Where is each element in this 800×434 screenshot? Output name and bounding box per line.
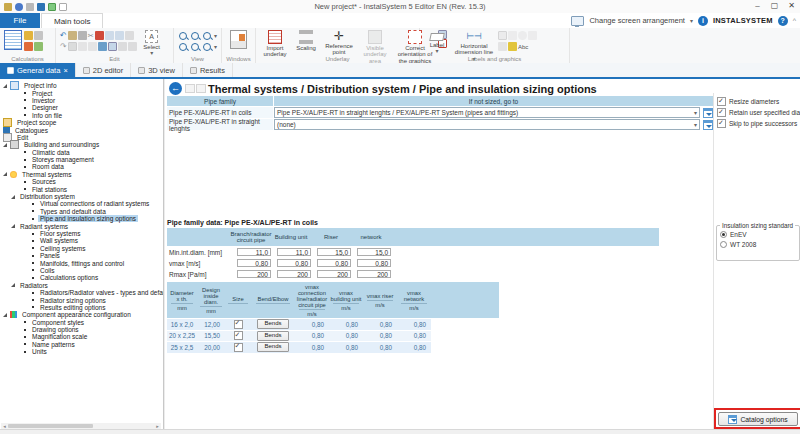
copy-icon[interactable]	[78, 31, 87, 40]
chevron-down-icon[interactable]: ▾	[690, 17, 693, 24]
tree-item[interactable]: Room data	[0, 163, 163, 170]
tree-item[interactable]: Radiant systems	[0, 222, 163, 229]
paste-icon[interactable]	[68, 31, 77, 40]
close-tab-icon[interactable]: ×	[63, 66, 67, 75]
fill-color-icon[interactable]	[498, 42, 507, 51]
array-icon[interactable]	[98, 42, 107, 51]
vmax-input[interactable]: 0,80	[357, 259, 391, 267]
undo-icon[interactable]: ↶	[60, 31, 67, 40]
collapse-ribbon-icon[interactable]: ^	[793, 17, 796, 24]
graphic-line-icon[interactable]	[508, 31, 517, 40]
windows-layout-icon[interactable]	[230, 30, 247, 49]
back-button[interactable]: ←	[169, 82, 182, 95]
settings-icon[interactable]	[4, 3, 12, 11]
checkbox-icon[interactable]	[717, 108, 726, 117]
tab-results[interactable]: Results	[183, 63, 233, 77]
expander-icon[interactable]	[3, 84, 7, 88]
expander-icon[interactable]	[3, 143, 7, 147]
undo-quick-icon[interactable]	[15, 3, 23, 11]
zoom-extents-icon[interactable]	[203, 32, 211, 40]
size-checkbox[interactable]	[234, 343, 243, 352]
lock-icon[interactable]	[128, 42, 137, 51]
chevron-down-icon[interactable]: ▾	[214, 43, 217, 50]
align-icon[interactable]	[68, 42, 77, 51]
distribute-icon[interactable]	[118, 42, 127, 51]
minimize-button[interactable]: –	[749, 0, 766, 13]
expand-button[interactable]	[196, 84, 206, 93]
tab-3d-view[interactable]: 3D view	[131, 63, 183, 77]
group-icon[interactable]	[125, 31, 134, 40]
tree-item[interactable]: Catalogues	[0, 126, 163, 133]
tree-item[interactable]: Drawing options	[0, 326, 163, 333]
tree-item[interactable]: Component appearance configuration	[0, 311, 163, 318]
warnings-icon[interactable]	[24, 42, 33, 51]
tab-2d-editor[interactable]: 2D editor	[76, 63, 131, 77]
new-document-icon[interactable]	[59, 3, 67, 11]
image-icon[interactable]	[48, 3, 56, 11]
vmax-input[interactable]: 0,80	[317, 259, 351, 267]
tree-item[interactable]: Wall systems	[0, 237, 163, 244]
tree-item[interactable]: Magnification scale	[0, 333, 163, 340]
text-abc-icon[interactable]: Abc	[518, 44, 528, 50]
zoom-out-icon[interactable]	[191, 32, 199, 40]
catalog-options-button[interactable]: Catalog options	[718, 412, 798, 426]
bends-button[interactable]: Bends	[257, 319, 289, 329]
mirror-icon[interactable]	[115, 31, 124, 40]
bends-button[interactable]: Bends	[257, 342, 289, 352]
tree-item[interactable]: Sources	[0, 178, 163, 185]
wt2008-option[interactable]: WT 2008	[720, 241, 796, 248]
scrollbar-thumb[interactable]	[8, 424, 93, 428]
reference-point-button[interactable]: ✛ Reference point	[322, 30, 356, 56]
tree-item[interactable]: Radiators/Radiator valves - types and de…	[0, 289, 163, 296]
rmax-input[interactable]: 200	[357, 270, 391, 278]
size-checkbox[interactable]	[234, 331, 243, 340]
tree-item[interactable]: Floor systems	[0, 230, 163, 237]
resize-diameters-option[interactable]: Resize diameters	[717, 97, 779, 106]
tree-item[interactable]: Pipe and insulation sizing options	[0, 215, 163, 222]
redo-icon[interactable]: ↷	[60, 42, 67, 51]
radio-icon[interactable]	[720, 241, 727, 248]
graphic-rect-icon[interactable]	[498, 31, 507, 40]
radio-icon[interactable]	[720, 231, 727, 238]
if-not-sized-select[interactable]: Pipe PE-X/AL/PE-RT in straight lenghts /…	[274, 107, 700, 118]
pan-icon[interactable]	[203, 43, 211, 51]
move-up-icon[interactable]	[78, 42, 87, 51]
rmax-input[interactable]: 200	[317, 270, 351, 278]
order-icon[interactable]	[108, 42, 117, 51]
tree-item[interactable]: Project info	[0, 82, 163, 89]
zoom-in-icon[interactable]	[179, 32, 187, 40]
rmax-input[interactable]: 200	[277, 270, 311, 278]
import-underlay-button[interactable]: Import underlay	[260, 30, 290, 58]
tree-item[interactable]: Designer	[0, 104, 163, 111]
rotate-icon[interactable]	[105, 31, 114, 40]
tree-item[interactable]: Distribution system	[0, 193, 163, 200]
vmax-input[interactable]: 0,80	[237, 259, 271, 267]
min-int-diam-input[interactable]: 11,0	[277, 248, 311, 256]
tree-item[interactable]: Thermal systems	[0, 171, 163, 178]
save-icon[interactable]	[37, 3, 45, 11]
vmax-input[interactable]: 0,80	[277, 259, 311, 267]
rmax-input[interactable]: 200	[237, 270, 271, 278]
chevron-down-icon[interactable]: ▾	[214, 32, 217, 39]
tree-item[interactable]: Flat stations	[0, 185, 163, 192]
tree-item[interactable]: Component styles	[0, 319, 163, 326]
printer-icon[interactable]	[26, 3, 34, 11]
tree-item[interactable]: Radiators	[0, 282, 163, 289]
tree-item[interactable]: Info on file	[0, 112, 163, 119]
diagnostics-icon[interactable]	[24, 31, 33, 40]
tab-general-data[interactable]: General data ×	[0, 63, 76, 77]
expander-icon[interactable]	[3, 172, 7, 176]
label-button[interactable]: Label ▾	[424, 30, 450, 55]
size-checkbox[interactable]	[234, 320, 243, 329]
enev-option[interactable]: EnEV	[720, 231, 796, 238]
bends-button[interactable]: Bends	[257, 331, 289, 341]
close-button[interactable]: ✕	[783, 0, 800, 13]
highlight-icon[interactable]	[508, 42, 517, 51]
select-button[interactable]: A Select ▾	[139, 30, 165, 57]
tree-item[interactable]: Types and default data	[0, 208, 163, 215]
tree-item[interactable]: Virtual connections of radiant systems	[0, 200, 163, 207]
open-catalog-icon[interactable]	[703, 120, 713, 130]
data-check-icon[interactable]	[34, 42, 43, 51]
if-not-sized-select[interactable]: (none) ▾	[274, 119, 700, 130]
tree-item[interactable]: Climatic data	[0, 149, 163, 156]
